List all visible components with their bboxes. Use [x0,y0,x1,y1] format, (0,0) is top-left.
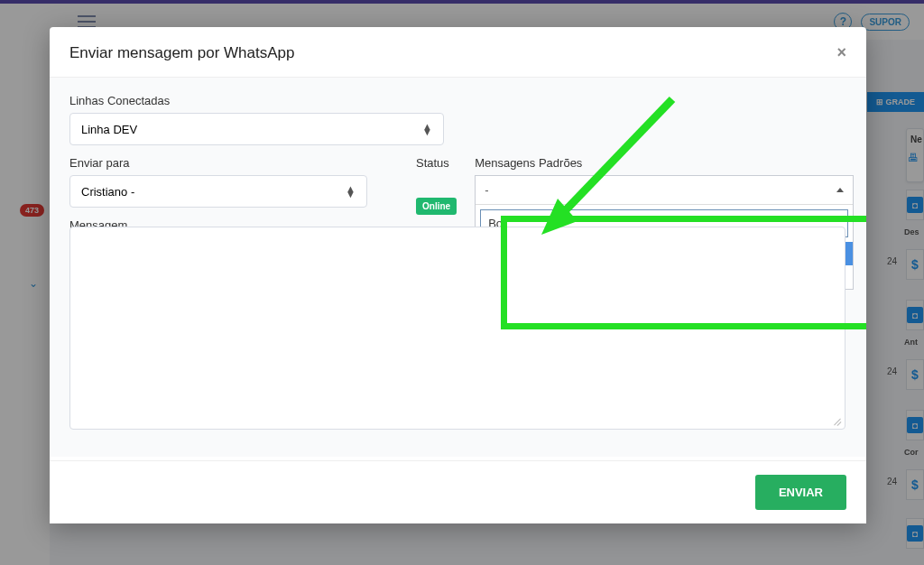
modal-header: Enviar mensagem por WhatsApp × [50,27,866,78]
chevron-up-icon [836,188,844,192]
enviar-para-value: Cristiano - [81,185,134,199]
linha-selected-value: Linha DEV [81,123,137,136]
close-icon[interactable]: × [836,43,846,62]
enviar-para-label: Enviar para [69,156,398,170]
send-button[interactable]: ENVIAR [755,475,846,510]
status-badge: Online [416,198,457,215]
linha-select[interactable]: Linha DEV ▲▼ [69,113,444,145]
dropdown-selected-display[interactable]: - [476,176,853,205]
mensagem-textarea[interactable] [69,227,845,430]
select-arrows-icon-2: ▲▼ [346,186,356,197]
select-arrows-icon: ▲▼ [422,124,432,134]
modal-title: Enviar mensagem por WhatsApp [69,44,294,62]
modal-body: Linhas Conectadas Linha DEV ▲▼ Enviar pa… [50,78,866,457]
enviar-para-select[interactable]: Cristiano - ▲▼ [69,175,367,208]
status-label: Status [416,156,457,170]
resize-handle-icon[interactable] [832,416,841,425]
whatsapp-modal: Enviar mensagem por WhatsApp × Linhas Co… [50,27,866,523]
modal-footer: ENVIAR [50,460,866,523]
dropdown-current-value: - [485,183,488,197]
mensagens-padroes-label: Mensagens Padrões [475,156,854,170]
linhas-conectadas-label: Linhas Conectadas [69,94,846,107]
